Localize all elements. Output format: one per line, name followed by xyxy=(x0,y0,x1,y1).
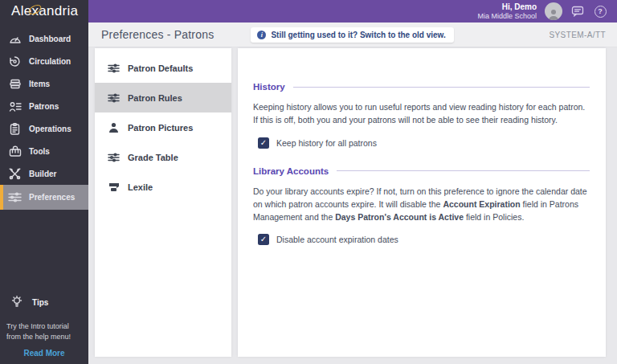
subnav-item-lexile[interactable]: Lexile xyxy=(95,172,231,202)
subnav-item-label: Grade Table xyxy=(128,153,178,162)
info-icon: i xyxy=(257,31,266,39)
app-sidebar: Alexandria Dashboard Circulation Items P… xyxy=(0,0,88,364)
checkbox-checked[interactable]: ✓ xyxy=(258,137,269,149)
messages-icon[interactable] xyxy=(570,4,585,18)
notice-text: Still getting used to it? Switch to the … xyxy=(271,31,445,39)
sidebar-item-label: Preferences xyxy=(29,193,75,202)
alexandria-logo[interactable]: Alexandria xyxy=(0,0,88,22)
sidebar-item-patrons[interactable]: Patrons xyxy=(0,95,88,117)
circulation-icon xyxy=(8,55,22,67)
section-title: Library Accounts xyxy=(253,166,329,176)
lightbulb-icon xyxy=(11,296,22,310)
section-divider xyxy=(293,87,590,88)
preferences-icon xyxy=(8,191,22,203)
tips-title: Tips xyxy=(32,298,48,307)
user-school: Mia Middle School xyxy=(477,12,537,21)
checkbox-checked[interactable]: ✓ xyxy=(258,234,269,245)
sidebar-item-preferences[interactable]: Preferences xyxy=(0,185,88,210)
sidebar-item-circulation[interactable]: Circulation xyxy=(0,50,88,72)
subnav-item-patron-rules[interactable]: Patron Rules xyxy=(95,83,231,112)
checkbox-label: Keep history for all patrons xyxy=(276,138,377,148)
sidebar-item-operations[interactable]: Operations xyxy=(0,117,88,140)
subnav-item-label: Patron Pictures xyxy=(128,123,193,133)
sidebar-item-label: Items xyxy=(29,80,50,88)
person-icon xyxy=(108,122,120,133)
sidebar-item-label: Operations xyxy=(29,125,72,133)
tips-panel: Tips Try the Intro tutorial from the hel… xyxy=(0,296,88,364)
sidebar-nav: Dashboard Circulation Items Patrons Oper… xyxy=(0,27,88,210)
section-divider xyxy=(337,170,590,171)
avatar[interactable] xyxy=(545,2,562,20)
sliders-icon xyxy=(108,63,120,74)
logo-x-swash: x xyxy=(31,3,39,19)
tips-body: Try the Intro tutorial from the help men… xyxy=(6,321,82,342)
section-description: Do your library accounts expire? If not,… xyxy=(253,185,590,224)
switch-old-view-button[interactable]: i Still getting used to it? Switch to th… xyxy=(251,27,453,43)
sidebar-item-tools[interactable]: Tools xyxy=(0,140,88,162)
subnav-item-patron-pictures[interactable]: Patron Pictures xyxy=(95,112,231,142)
page-title: Preferences - Patrons xyxy=(101,28,214,41)
read-more-link[interactable]: Read More xyxy=(6,349,82,358)
patrons-icon xyxy=(8,100,22,112)
subnav-item-patron-defaults[interactable]: Patron Defaults xyxy=(95,53,231,83)
sidebar-item-label: Dashboard xyxy=(29,35,71,43)
dashboard-icon xyxy=(8,33,22,45)
sidebar-item-label: Circulation xyxy=(29,57,71,66)
tools-icon xyxy=(8,145,22,157)
disable-expiration-checkbox-row[interactable]: ✓ Disable account expiration dates xyxy=(253,234,590,245)
sliders-icon xyxy=(108,152,120,163)
page-header: Preferences - Patrons i Still getting us… xyxy=(88,22,617,47)
preferences-subnav: Patron Defaults Patron Rules Patron Pict… xyxy=(95,48,231,357)
sliders-icon xyxy=(108,92,120,104)
user-greeting: Hi, Demo xyxy=(477,2,537,12)
operations-icon xyxy=(8,123,22,135)
subnav-item-label: Patron Defaults xyxy=(128,63,193,73)
subnav-item-label: Lexile xyxy=(128,182,153,192)
subnav-item-grade-table[interactable]: Grade Table xyxy=(95,142,231,172)
user-block: Hi, Demo Mia Middle School xyxy=(477,2,537,21)
section-history: History Keeping history allows you to ru… xyxy=(253,82,590,149)
sidebar-item-dashboard[interactable]: Dashboard xyxy=(0,27,88,50)
sidebar-item-label: Builder xyxy=(29,170,56,178)
sidebar-item-builder[interactable]: Builder xyxy=(0,162,88,185)
section-description: Keeping history allows you to run useful… xyxy=(253,100,590,127)
main-panel: History Keeping history allows you to ru… xyxy=(238,48,606,357)
sidebar-item-label: Patrons xyxy=(29,102,59,111)
sidebar-item-items[interactable]: Items xyxy=(0,72,88,95)
keep-history-checkbox-row[interactable]: ✓ Keep history for all patrons xyxy=(253,137,590,149)
items-icon xyxy=(8,78,22,90)
section-title: History xyxy=(253,82,285,92)
builder-icon xyxy=(8,168,22,180)
help-icon[interactable]: ? xyxy=(593,4,607,18)
system-label: SYSTEM-A/TT xyxy=(549,31,606,39)
checkbox-label: Disable account expiration dates xyxy=(276,235,398,244)
lexile-icon xyxy=(108,182,120,193)
section-library-accounts: Library Accounts Do your library account… xyxy=(253,166,590,246)
sidebar-item-label: Tools xyxy=(29,147,50,156)
topbar: Hi, Demo Mia Middle School ? xyxy=(88,0,617,22)
subnav-item-label: Patron Rules xyxy=(128,93,182,103)
